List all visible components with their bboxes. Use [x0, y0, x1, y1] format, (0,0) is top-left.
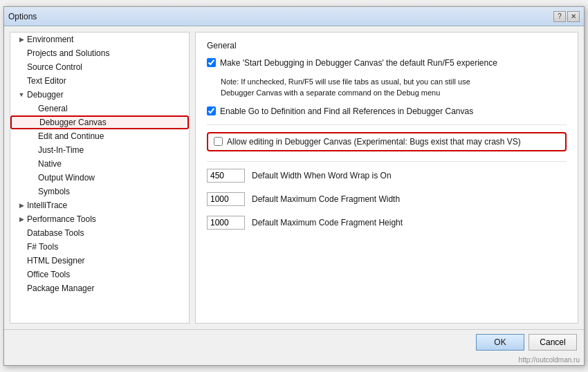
- tree-item-performance-tools[interactable]: Performance Tools: [10, 212, 189, 226]
- tree-label-environment: Environment: [27, 35, 73, 44]
- tree-panel: Environment Projects and Solutions Sourc…: [10, 32, 190, 324]
- tree-expander-office-tools: [16, 269, 27, 280]
- tree-item-symbols[interactable]: Symbols: [10, 185, 189, 198]
- tree-item-office-tools[interactable]: Office Tools: [10, 268, 189, 281]
- tree-label-debugger-general: General: [38, 104, 68, 113]
- checkbox-go-to-definition-label: Enable Go to Definition and Find all Ref…: [220, 106, 473, 118]
- title-bar: Options ? ✕: [4, 7, 584, 26]
- field-max-width[interactable]: 1000: [207, 192, 245, 206]
- tree-item-just-in-time[interactable]: Just-In-Time: [10, 143, 189, 157]
- tree-label-projects-and-solutions: Projects and Solutions: [27, 48, 109, 58]
- tree-expander-package-manager: [16, 283, 27, 294]
- tree-expander-output-window: [27, 172, 38, 183]
- tree-item-package-manager[interactable]: Package Manager: [10, 281, 189, 295]
- tree-label-package-manager: Package Manager: [27, 283, 94, 293]
- tree-label-debugger: Debugger: [27, 90, 64, 100]
- tree-label-output-window: Output Window: [38, 173, 95, 183]
- dialog-footer: OK Cancel: [4, 329, 584, 355]
- field-row-1: 450 Default Width When Word Wrap is On: [207, 169, 567, 183]
- field-max-width-label: Default Maximum Code Fragment Width: [252, 194, 400, 204]
- tree-item-projects-and-solutions[interactable]: Projects and Solutions: [10, 46, 189, 60]
- option-row-2: Enable Go to Definition and Find all Ref…: [207, 106, 567, 118]
- field-row-3: 1000 Default Maximum Code Fragment Heigh…: [207, 216, 567, 230]
- tree-expander-edit-and-continue: [27, 131, 38, 142]
- tree-expander-projects-and-solutions: [16, 48, 27, 59]
- tree-item-output-window[interactable]: Output Window: [10, 171, 189, 185]
- separator-2: [207, 161, 567, 162]
- option-row-1: Make 'Start Debugging in Debugger Canvas…: [207, 57, 567, 69]
- tree-expander-debugger: [16, 89, 27, 100]
- tree-expander-fsharp-tools: [16, 241, 27, 252]
- checkbox-go-to-definition[interactable]: [207, 106, 216, 115]
- tree-label-performance-tools: Performance Tools: [27, 214, 96, 224]
- checkbox-start-debugging[interactable]: [207, 58, 216, 67]
- field-max-height[interactable]: 1000: [207, 216, 245, 230]
- tree-expander-just-in-time: [27, 145, 38, 156]
- tree-label-native: Native: [38, 159, 62, 169]
- tree-expander-text-editor: [16, 75, 27, 86]
- tree-item-database-tools[interactable]: Database Tools: [10, 226, 189, 240]
- tree-item-text-editor[interactable]: Text Editor: [10, 74, 189, 88]
- tree-expander-debugger-canvas: [28, 117, 39, 128]
- dialog-content: Environment Projects and Solutions Sourc…: [4, 26, 584, 329]
- close-button[interactable]: ✕: [567, 11, 580, 22]
- tree-label-office-tools: Office Tools: [27, 270, 70, 279]
- tree-item-debugger[interactable]: Debugger: [10, 88, 189, 102]
- title-bar-buttons: ? ✕: [553, 11, 580, 22]
- watermark: http://outcoldman.ru: [4, 355, 584, 365]
- tree-label-fsharp-tools: F# Tools: [27, 242, 58, 252]
- tree-item-intellitrace[interactable]: IntelliTrace: [10, 198, 189, 212]
- separator-1: [207, 124, 567, 125]
- tree-expander-debugger-general: [27, 103, 38, 114]
- tree-item-fsharp-tools[interactable]: F# Tools: [10, 240, 189, 254]
- options-dialog: Options ? ✕ Environment Projects and Sol…: [3, 6, 585, 366]
- tree-label-database-tools: Database Tools: [27, 228, 84, 238]
- tree-label-just-in-time: Just-In-Time: [38, 145, 84, 155]
- tree-item-native[interactable]: Native: [10, 157, 189, 171]
- experimental-row: Allow editing in Debugger Canvas (Experi…: [207, 132, 567, 152]
- field-width-wrap[interactable]: 450: [207, 169, 245, 183]
- tree-expander-intellitrace: [16, 200, 27, 211]
- tree-item-html-designer[interactable]: HTML Designer: [10, 254, 189, 268]
- tree-expander-environment: [16, 34, 27, 45]
- cancel-button[interactable]: Cancel: [529, 334, 577, 351]
- checkbox-start-debugging-label: Make 'Start Debugging in Debugger Canvas…: [220, 57, 497, 69]
- dialog-title: Options: [8, 12, 37, 21]
- tree-expander-symbols: [27, 186, 38, 197]
- right-panel: General Make 'Start Debugging in Debugge…: [195, 32, 578, 324]
- tree-label-source-control: Source Control: [27, 62, 82, 72]
- checkbox-allow-editing[interactable]: [214, 137, 223, 146]
- tree-item-debugger-canvas[interactable]: Debugger Canvas: [10, 115, 189, 129]
- checkbox-allow-editing-label: Allow editing in Debugger Canvas (Experi…: [227, 136, 521, 148]
- tree-label-intellitrace: IntelliTrace: [27, 201, 67, 210]
- field-max-height-label: Default Maximum Code Fragment Height: [252, 218, 403, 227]
- ok-button[interactable]: OK: [476, 334, 524, 351]
- tree-label-symbols: Symbols: [38, 187, 70, 196]
- tree-expander-source-control: [16, 62, 27, 73]
- note-text: Note: If unchecked, Run/F5 will use file…: [221, 76, 567, 99]
- section-title: General: [207, 41, 567, 50]
- tree-label-html-designer: HTML Designer: [27, 256, 85, 266]
- tree-expander-html-designer: [16, 255, 27, 266]
- tree-expander-performance-tools: [16, 214, 27, 225]
- tree-label-text-editor: Text Editor: [27, 76, 66, 86]
- tree-expander-database-tools: [16, 227, 27, 239]
- field-width-wrap-label: Default Width When Word Wrap is On: [252, 171, 392, 180]
- tree-expander-native: [27, 158, 38, 169]
- tree-item-debugger-general[interactable]: General: [10, 102, 189, 115]
- tree-item-edit-and-continue[interactable]: Edit and Continue: [10, 129, 189, 143]
- tree-label-edit-and-continue: Edit and Continue: [38, 131, 104, 141]
- field-row-2: 1000 Default Maximum Code Fragment Width: [207, 192, 567, 206]
- tree-item-source-control[interactable]: Source Control: [10, 60, 189, 74]
- tree-label-debugger-canvas: Debugger Canvas: [39, 118, 107, 127]
- tree-item-environment[interactable]: Environment: [10, 32, 189, 46]
- help-button[interactable]: ?: [553, 11, 566, 22]
